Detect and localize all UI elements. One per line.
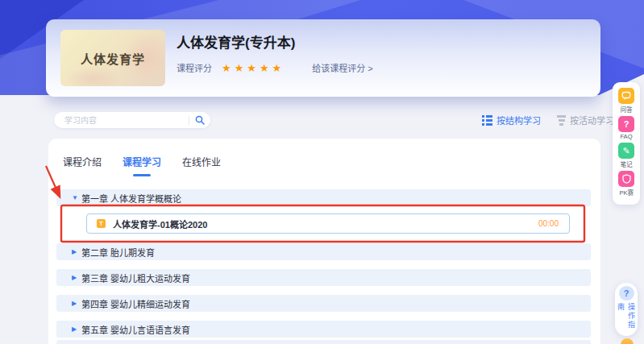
- search-bar: [54, 112, 210, 128]
- star-rating: ★★★★★: [222, 62, 285, 74]
- caret-right-icon: ▶: [72, 248, 81, 255]
- chapter-title: 第五章 婴幼儿言语语言发育: [81, 323, 190, 336]
- tab-label: 课程学习: [123, 157, 161, 168]
- chapter-title: 第一章 人体发育学概概论: [81, 192, 181, 205]
- activity-funnel-icon: [557, 115, 566, 126]
- course-page: 人体发育学 人体发育学(专升本) 课程评分 ★★★★★ 给该课程评分 > 按结构…: [0, 0, 644, 344]
- toggle-activity-learning[interactable]: 按活动学习: [557, 114, 614, 126]
- course-thumbnail-text: 人体发育学: [81, 50, 145, 67]
- toolbar-item-faq[interactable]: ? FAQ: [618, 116, 634, 140]
- toggle-structure-label: 按结构学习: [497, 114, 541, 126]
- course-thumbnail: 人体发育学: [60, 30, 165, 86]
- toolbar-item-pk[interactable]: PK赛: [618, 171, 634, 197]
- active-tab-underline: [133, 174, 151, 176]
- tab-bar: 课程介绍 课程学习 在线作业: [63, 155, 221, 176]
- tab-label: 课程介绍: [63, 157, 102, 168]
- toggle-structure-learning[interactable]: 按结构学习: [482, 114, 541, 126]
- content-card: 课程介绍 课程学习 在线作业 ▼ 第一章 人体发育学概概论 T 人体发育学-01…: [48, 139, 600, 344]
- search-input[interactable]: [54, 116, 189, 125]
- toolbar-label: PK赛: [619, 188, 634, 196]
- floating-mini-icon[interactable]: [621, 338, 634, 344]
- course-title: 人体发育学(专升本): [177, 31, 295, 52]
- question-circle-icon: ?: [619, 286, 634, 300]
- course-banner-card: 人体发育学 人体发育学(专升本) 课程评分 ★★★★★ 给该课程评分 >: [46, 19, 600, 97]
- toggle-activity-label: 按活动学习: [570, 114, 614, 126]
- video-duration: 00:00: [538, 219, 559, 228]
- structure-list-icon: [482, 115, 492, 126]
- tab-online-homework[interactable]: 在线作业: [182, 155, 221, 176]
- caret-right-icon: ▶: [72, 300, 81, 307]
- chapter-row-partial[interactable]: [56, 340, 591, 344]
- toolbar-item-qa[interactable]: 问答: [618, 88, 634, 114]
- caret-right-icon: ▶: [72, 274, 81, 281]
- rate-course-link[interactable]: 给该课程评分 >: [312, 61, 372, 74]
- caret-right-icon: ▶: [72, 325, 81, 333]
- caret-down-icon: ▼: [72, 194, 81, 201]
- operation-guide-button[interactable]: ? 操作指南: [615, 283, 638, 336]
- video-item[interactable]: T 人体发育学-01概论2020 00:00: [86, 213, 570, 234]
- chapter-row-4[interactable]: ▶ 第四章 婴幼儿精细运动发育: [56, 295, 591, 312]
- rating-label: 课程评分: [177, 61, 212, 74]
- chapter-title: 第三章 婴幼儿粗大运动发育: [81, 271, 190, 284]
- video-type-icon: T: [97, 219, 106, 228]
- chapter-row-5[interactable]: ▶ 第五章 婴幼儿言语语言发育: [56, 321, 591, 338]
- toolbar-label: 笔记: [620, 160, 632, 168]
- rating-row: 课程评分 ★★★★★ 给该课程评分 >: [177, 61, 373, 74]
- chapter-row-1-expanded[interactable]: ▼ 第一章 人体发育学概概论: [56, 189, 591, 206]
- floating-toolbar: 问答 ? FAQ ✎ 笔记 PK赛: [613, 82, 640, 205]
- chapter-row-3[interactable]: ▶ 第三章 婴幼儿粗大运动发育: [56, 269, 591, 286]
- chapter-title: 第二章 胎儿期发育: [81, 246, 155, 259]
- qa-chat-icon: [618, 88, 634, 104]
- notes-pencil-icon: ✎: [618, 143, 634, 159]
- tab-label: 在线作业: [182, 157, 221, 168]
- tab-course-learning[interactable]: 课程学习: [123, 155, 161, 176]
- toolbar-label: FAQ: [620, 133, 632, 140]
- search-icon: [195, 115, 205, 125]
- chapter-title: 第四章 婴幼儿精细运动发育: [81, 297, 190, 310]
- search-button[interactable]: [189, 112, 210, 128]
- view-toggles: 按结构学习 按活动学习: [482, 114, 614, 126]
- toolbar-label: 问答: [620, 105, 632, 113]
- faq-question-icon: ?: [618, 116, 634, 132]
- operation-guide-label: 操作指南: [616, 303, 637, 336]
- tab-course-intro[interactable]: 课程介绍: [63, 155, 102, 176]
- pk-shield-icon: [618, 171, 634, 187]
- chapter-row-2[interactable]: ▶ 第二章 胎儿期发育: [56, 243, 591, 260]
- video-title: 人体发育学-01概论2020: [113, 218, 207, 230]
- toolbar-item-notes[interactable]: ✎ 笔记: [618, 143, 634, 168]
